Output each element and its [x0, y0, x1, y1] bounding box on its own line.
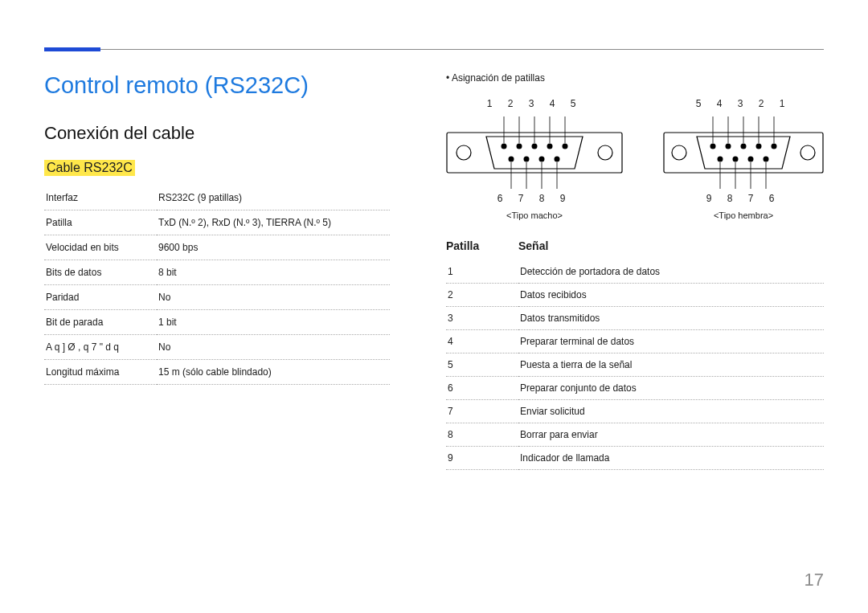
table-row: 3Datos transmitidos [446, 307, 824, 330]
female-bottom-pins: 9 8 7 6 [663, 193, 824, 204]
female-label: <Tipo hembra> [663, 210, 824, 220]
female-top-pins: 5 4 3 2 1 [663, 98, 824, 109]
signal-name: Enviar solicitud [518, 400, 824, 423]
svg-point-29 [718, 157, 723, 162]
svg-point-22 [672, 145, 686, 160]
bullet-assignment: Asignación de patillas [446, 72, 824, 84]
male-label: <Tipo macho> [446, 210, 623, 220]
signal-name: Indicador de llamada [518, 447, 824, 470]
spec-value: No [157, 285, 390, 310]
table-row: 8Borrar para enviar [446, 423, 824, 447]
svg-point-25 [726, 144, 731, 149]
table-row: PatillaTxD (N.º 2), RxD (N.º 3), TIERRA … [44, 210, 390, 235]
table-row: 2Datos recibidos [446, 284, 824, 307]
spec-value: 8 bit [157, 260, 390, 285]
svg-point-5 [532, 144, 538, 149]
spec-key: Bit de parada [44, 310, 157, 335]
svg-point-26 [741, 144, 747, 149]
spec-key: Interfaz [44, 186, 157, 210]
svg-point-1 [457, 145, 471, 160]
male-top-pins: 1 2 3 4 5 [446, 98, 623, 109]
signal-pin: 7 [446, 400, 518, 423]
table-row: A q ] Ø , q 7 " d qNo [44, 335, 390, 360]
svg-point-3 [502, 144, 507, 149]
section-heading: Conexión del cable [44, 123, 438, 144]
header-rule [44, 49, 824, 50]
signal-name: Detección de portadora de datos [518, 260, 824, 284]
spec-value: TxD (N.º 2), RxD (N.º 3), TIERRA (N.º 5) [157, 210, 390, 235]
db9-male-icon [446, 112, 623, 193]
db9-female-icon [663, 112, 824, 193]
spec-key: Longitud máxima [44, 360, 157, 385]
signal-pin: 2 [446, 284, 518, 307]
signal-pin: 1 [446, 260, 518, 284]
header-pin: Patilla [446, 239, 518, 252]
table-row: 1Detección de portadora de datos [446, 260, 824, 284]
male-bottom-pins: 6 7 8 9 [446, 193, 623, 204]
signal-name: Puesta a tierra de la señal [518, 353, 824, 377]
signal-pin: 8 [446, 423, 518, 447]
svg-point-23 [800, 145, 815, 160]
page-title: Control remoto (RS232C) [44, 72, 438, 99]
signal-table: 1Detección de portadora de datos2Datos r… [446, 260, 824, 470]
svg-point-2 [598, 145, 612, 160]
table-row: 7Enviar solicitud [446, 400, 824, 423]
left-column: Control remoto (RS232C) Conexión del cab… [44, 72, 438, 470]
table-row: InterfazRS232C (9 patillas) [44, 186, 390, 210]
spec-key: A q ] Ø , q 7 " d q [44, 335, 157, 360]
page-number: 17 [805, 570, 824, 591]
signal-pin: 6 [446, 377, 518, 400]
signal-table-header: Patilla Señal [446, 236, 824, 260]
svg-point-10 [539, 157, 545, 162]
spec-key: Paridad [44, 285, 157, 310]
signal-name: Preparar conjunto de datos [518, 377, 824, 400]
spec-table: InterfazRS232C (9 patillas)PatillaTxD (N… [44, 186, 390, 385]
svg-point-32 [764, 157, 769, 162]
header-accent [44, 47, 100, 51]
spec-value: 1 bit [157, 310, 390, 335]
table-row: 9Indicador de llamada [446, 447, 824, 470]
spec-key: Patilla [44, 210, 157, 235]
svg-point-6 [547, 144, 553, 149]
signal-name: Datos recibidos [518, 284, 824, 307]
svg-point-30 [733, 157, 739, 162]
svg-point-11 [555, 157, 560, 162]
table-row: Bit de parada1 bit [44, 310, 390, 335]
svg-point-24 [710, 144, 716, 149]
table-row: Longitud máxima15 m (sólo cable blindado… [44, 360, 390, 385]
spec-key: Bits de datos [44, 260, 157, 285]
signal-pin: 9 [446, 447, 518, 470]
svg-point-8 [509, 157, 514, 162]
signal-pin: 4 [446, 330, 518, 353]
svg-point-4 [517, 144, 522, 149]
table-row: Velocidad en bits9600 bps [44, 235, 390, 260]
spec-value: RS232C (9 patillas) [157, 186, 390, 210]
svg-point-31 [748, 157, 754, 162]
table-row: 4Preparar terminal de datos [446, 330, 824, 353]
table-row: 5Puesta a tierra de la señal [446, 353, 824, 377]
signal-pin: 5 [446, 353, 518, 377]
table-row: ParidadNo [44, 285, 390, 310]
svg-point-9 [524, 157, 530, 162]
table-row: Bits de datos8 bit [44, 260, 390, 285]
right-column: Asignación de patillas 1 2 3 4 5 [438, 72, 824, 470]
spec-value: 9600 bps [157, 235, 390, 260]
subsection-heading: Cable RS232C [44, 160, 135, 176]
connector-male: 1 2 3 4 5 [446, 98, 623, 220]
header-signal: Señal [518, 239, 548, 252]
signal-name: Borrar para enviar [518, 423, 824, 447]
svg-point-28 [772, 144, 777, 149]
spec-value: 15 m (sólo cable blindado) [157, 360, 390, 385]
content-area: Control remoto (RS232C) Conexión del cab… [44, 72, 824, 470]
signal-name: Datos transmitidos [518, 307, 824, 330]
table-row: 6Preparar conjunto de datos [446, 377, 824, 400]
connector-female: 5 4 3 2 1 [663, 98, 824, 220]
spec-key: Velocidad en bits [44, 235, 157, 260]
connector-diagrams: 1 2 3 4 5 [446, 98, 824, 220]
svg-point-27 [756, 144, 762, 149]
spec-value: No [157, 335, 390, 360]
svg-point-7 [563, 144, 568, 149]
signal-pin: 3 [446, 307, 518, 330]
signal-name: Preparar terminal de datos [518, 330, 824, 353]
